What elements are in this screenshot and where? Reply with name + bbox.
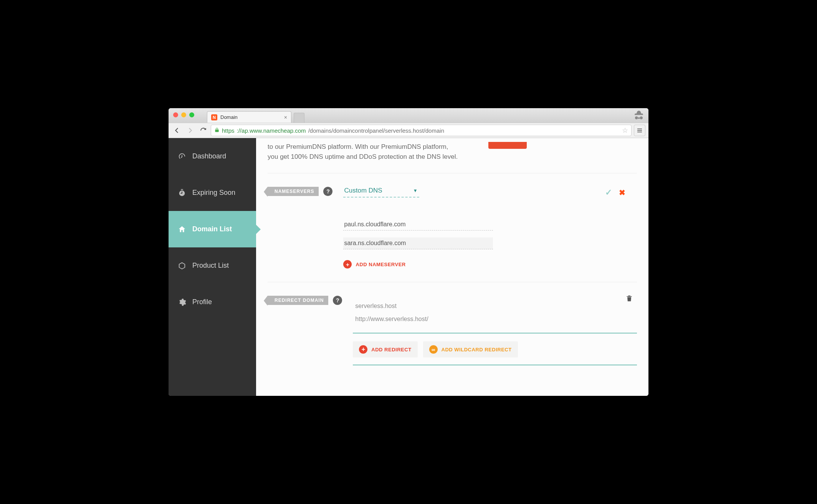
back-button[interactable] <box>172 125 182 136</box>
add-nameserver-button[interactable]: + ADD NAMESERVER <box>343 260 405 268</box>
nameservers-section: NAMESERVERS ? Custom DNS ▼ ✓ ✖ <box>268 173 637 282</box>
ribbon-group: NAMESERVERS ? <box>268 187 332 196</box>
gear-icon <box>178 298 186 306</box>
add-nameserver-label: ADD NAMESERVER <box>356 262 405 267</box>
buy-now-button[interactable] <box>488 142 527 149</box>
redirect-body: serverless.host http://www.serverless.ho… <box>353 296 637 366</box>
sidebar-item-label: Expiring Soon <box>192 189 235 197</box>
info-line-2: you get 100% DNS uptime and DDoS protect… <box>268 152 458 162</box>
menu-button[interactable] <box>634 125 645 136</box>
nameserver-input-1[interactable] <box>343 219 493 231</box>
sidebar-item-profile[interactable]: Profile <box>169 284 256 320</box>
window-controls <box>173 112 194 117</box>
sidebar-item-expiring-soon[interactable]: Expiring Soon <box>169 175 256 211</box>
ribbon-group: REDIRECT DOMAIN ? <box>268 296 342 305</box>
sidebar-item-dashboard[interactable]: Dashboard <box>169 138 256 175</box>
chevron-down-icon: ▼ <box>413 188 418 193</box>
url-path: /domains/domaincontrolpanel/serverless.h… <box>308 127 444 134</box>
minimize-window-button[interactable] <box>181 112 186 117</box>
add-redirect-button[interactable]: + ADD REDIRECT <box>353 341 417 357</box>
box-icon <box>178 262 186 270</box>
sidebar-item-product-list[interactable]: Product List <box>169 247 256 284</box>
premium-dns-info: to our PremiumDNS platform. With our Pre… <box>268 142 637 173</box>
tab-close-icon[interactable]: × <box>284 114 287 120</box>
home-icon <box>178 225 186 234</box>
browser-window: N Domain × https://ap.www.namecheap.com/… <box>169 108 648 396</box>
tab-favicon-icon: N <box>211 114 217 120</box>
svg-rect-2 <box>637 132 642 132</box>
delete-redirect-icon[interactable] <box>625 294 633 304</box>
plus-icon: + <box>359 345 367 354</box>
svg-rect-0 <box>637 128 642 129</box>
premium-dns-text: to our PremiumDNS platform. With our Pre… <box>268 142 458 161</box>
redirect-actions: + ADD REDIRECT ∞ ADD WILDCARD REDIRECT <box>353 341 637 366</box>
browser-tab[interactable]: N Domain × <box>207 111 291 123</box>
plus-icon: + <box>343 260 352 268</box>
redirect-target: http://www.serverless.host/ <box>355 313 635 326</box>
forward-button[interactable] <box>185 125 195 136</box>
info-line-1: to our PremiumDNS platform. With our Pre… <box>268 142 458 152</box>
sidebar-filler <box>169 320 256 396</box>
sidebar-item-label: Product List <box>192 262 229 270</box>
main-content: to our PremiumDNS platform. With our Pre… <box>256 138 648 396</box>
nameserver-inputs: + ADD NAMESERVER <box>343 219 637 268</box>
add-wildcard-label: ADD WILDCARD REDIRECT <box>442 347 512 352</box>
bookmark-star-icon[interactable]: ☆ <box>622 126 628 135</box>
sidebar-item-label: Dashboard <box>192 152 226 160</box>
redirect-domain-section: REDIRECT DOMAIN ? serverless.host http:/… <box>268 282 637 379</box>
address-bar[interactable]: https://ap.www.namecheap.com/domains/dom… <box>211 125 632 136</box>
nameserver-input-2[interactable] <box>343 237 493 249</box>
incognito-icon <box>633 110 645 121</box>
confirm-controls: ✓ ✖ <box>605 188 625 198</box>
redirect-entry: serverless.host http://www.serverless.ho… <box>353 296 637 334</box>
nameserver-type-dropdown[interactable]: Custom DNS ▼ <box>343 187 419 198</box>
reload-button[interactable] <box>198 125 208 136</box>
stopwatch-icon <box>178 189 186 197</box>
close-window-button[interactable] <box>173 112 178 117</box>
lock-icon <box>214 127 220 134</box>
sidebar: Dashboard Expiring Soon Domain List Prod… <box>169 138 256 396</box>
url-scheme: https <box>222 127 235 134</box>
svg-rect-1 <box>637 130 642 131</box>
section-ribbon: NAMESERVERS <box>268 187 319 196</box>
dropdown-label: Custom DNS <box>344 187 382 194</box>
section-ribbon: REDIRECT DOMAIN <box>268 296 328 305</box>
sidebar-item-label: Domain List <box>192 225 232 233</box>
help-icon[interactable]: ? <box>333 296 342 305</box>
redirect-source: serverless.host <box>355 300 635 313</box>
maximize-window-button[interactable] <box>189 112 194 117</box>
add-wildcard-redirect-button[interactable]: ∞ ADD WILDCARD REDIRECT <box>423 341 518 357</box>
help-icon[interactable]: ? <box>323 187 332 196</box>
nameservers-body: Custom DNS ▼ ✓ ✖ + ADD NAMESERVER <box>343 187 637 268</box>
confirm-check-icon[interactable]: ✓ <box>605 188 612 198</box>
cancel-x-icon[interactable]: ✖ <box>619 188 625 197</box>
page-body: Dashboard Expiring Soon Domain List Prod… <box>169 138 648 396</box>
new-tab-button[interactable] <box>294 113 304 123</box>
tab-title: Domain <box>220 114 281 120</box>
titlebar: N Domain × <box>169 108 648 123</box>
gauge-icon <box>178 152 186 161</box>
sidebar-item-domain-list[interactable]: Domain List <box>169 211 256 247</box>
add-redirect-label: ADD REDIRECT <box>371 347 411 352</box>
sidebar-item-label: Profile <box>192 298 212 306</box>
browser-toolbar: https://ap.www.namecheap.com/domains/dom… <box>169 123 648 138</box>
url-host: ://ap.www.namecheap.com <box>237 127 306 134</box>
infinity-icon: ∞ <box>429 345 438 354</box>
